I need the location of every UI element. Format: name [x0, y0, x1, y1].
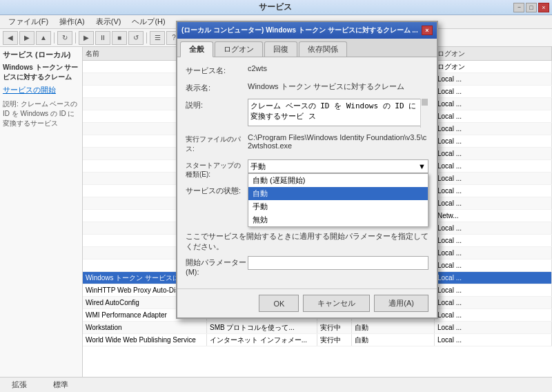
param-row: 開始パラメーター(M):: [186, 256, 428, 276]
service-name-value: c2wts: [248, 64, 428, 72]
ok-button[interactable]: OK: [259, 295, 299, 312]
tab-general[interactable]: 全般: [180, 41, 213, 57]
service-name-row: サービス名: c2wts: [186, 64, 428, 76]
tab-logon[interactable]: ログオン: [215, 41, 263, 57]
service-status-label: サービスの状態:: [186, 184, 248, 196]
description-label: 説明:: [186, 99, 248, 110]
dropdown-option-delayed[interactable]: 自動 (遅延開始): [248, 174, 428, 187]
dialog-tabs: 全般 ログオン 回復 依存関係: [177, 39, 437, 57]
dropdown-option-auto[interactable]: 自動: [248, 187, 428, 200]
path-value: C:\Program Files\Windows Identity Founda…: [248, 133, 428, 150]
apply-button[interactable]: 適用(A): [374, 295, 428, 312]
dialog-content: サービス名: c2wts 表示名: Windows トークン サービスに対するク…: [177, 57, 437, 288]
display-name-row: 表示名: Windows トークン サービスに対するクレーム: [186, 81, 428, 93]
description-row: 説明:: [186, 99, 428, 128]
dialog-title: (ローカル コンピューター) Windows トークン サービスに対するクレーム…: [181, 26, 422, 35]
dialog-title-bar: (ローカル コンピューター) Windows トークン サービスに対するクレーム…: [177, 22, 437, 39]
startup-row: スタートアップの 種類(E): 手動 ▼ 自動 (遅延開始) 自動 手動 無効: [186, 159, 428, 179]
description-textarea[interactable]: [248, 99, 428, 126]
tab-dependencies[interactable]: 依存関係: [299, 41, 347, 57]
startup-dropdown-list: 自動 (遅延開始) 自動 手動 無効: [248, 173, 428, 227]
dropdown-option-disabled[interactable]: 無効: [248, 213, 428, 226]
description-wrapper: [248, 99, 428, 128]
startup-dropdown[interactable]: 手動 ▼: [248, 159, 428, 173]
service-properties-dialog: (ローカル コンピューター) Windows トークン サービスに対するクレーム…: [176, 21, 438, 319]
service-name-label: サービス名:: [186, 64, 248, 76]
dropdown-arrow-icon: ▼: [418, 162, 426, 170]
dropdown-option-manual[interactable]: 手動: [248, 200, 428, 213]
path-row: 実行ファイルのパス: C:\Program Files\Windows Iden…: [186, 133, 428, 154]
tab-recovery[interactable]: 回復: [264, 41, 297, 57]
param-input[interactable]: [248, 256, 428, 270]
startup-label: スタートアップの 種類(E):: [186, 159, 248, 179]
startup-dropdown-container: 手動 ▼ 自動 (遅延開始) 自動 手動 無効: [248, 159, 428, 173]
dialog-close-button[interactable]: ×: [422, 26, 433, 35]
display-name-label: 表示名:: [186, 81, 248, 93]
modal-overlay: (ローカル コンピューター) Windows トークン サービスに対するクレーム…: [0, 0, 552, 392]
path-label: 実行ファイルのパス:: [186, 133, 248, 154]
param-label: 開始パラメーター(M):: [186, 256, 248, 276]
dialog-footer: OK キャンセル 適用(A): [177, 288, 437, 317]
cancel-button[interactable]: キャンセル: [303, 295, 370, 312]
help-text: ここでサービスを開始するときに適用する開始パラメーターを指定してください。: [186, 231, 428, 252]
display-name-value: Windows トークン サービスに対するクレーム: [248, 81, 428, 92]
description-scrollbar: [420, 99, 428, 128]
